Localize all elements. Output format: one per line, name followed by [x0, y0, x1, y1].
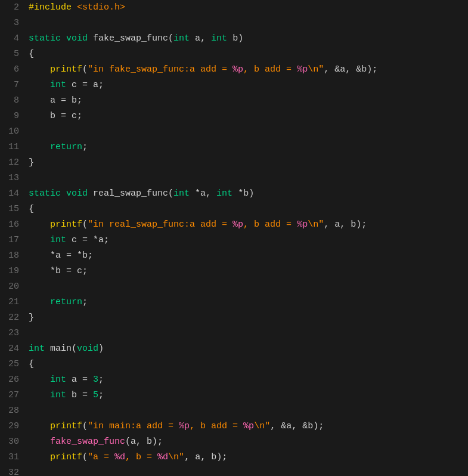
code-line: printf("in main:a add = %p, b add = %p\n… — [29, 419, 462, 434]
line-number: 16 — [4, 217, 19, 233]
code-line: printf("in real_swap_func:a add = %p, b … — [29, 217, 462, 233]
line-number: 27 — [4, 388, 19, 403]
line-number: 21 — [4, 295, 19, 310]
line-number: 2 — [4, 0, 19, 16]
line-number: 18 — [4, 248, 19, 264]
line-number: 10 — [4, 124, 19, 140]
code-editor: 2345678910111213141516171819202122232425… — [0, 0, 468, 476]
code-line: { — [29, 47, 462, 62]
code-line — [29, 403, 462, 419]
code-line: } — [29, 310, 462, 326]
code-line: int c = a; — [29, 78, 462, 93]
code-line: *b = c; — [29, 264, 462, 279]
code-line — [29, 326, 462, 341]
line-number: 26 — [4, 372, 19, 388]
line-number: 6 — [4, 62, 19, 78]
line-number: 31 — [4, 450, 19, 465]
line-number: 3 — [4, 16, 19, 31]
code-line: { — [29, 357, 462, 372]
line-number: 17 — [4, 233, 19, 248]
code-line: a = b; — [29, 93, 462, 109]
line-number: 25 — [4, 357, 19, 372]
code-line: printf("a = %d, b = %d\n", a, b); — [29, 450, 462, 465]
line-number: 14 — [4, 186, 19, 202]
line-number: 8 — [4, 93, 19, 109]
line-number: 29 — [4, 419, 19, 434]
line-number: 11 — [4, 140, 19, 155]
code-line: b = c; — [29, 109, 462, 124]
code-line: return; — [29, 295, 462, 310]
line-number: 12 — [4, 155, 19, 171]
code-line: int c = *a; — [29, 233, 462, 248]
code-line — [29, 16, 462, 31]
code-line: int b = 5; — [29, 388, 462, 403]
line-number: 32 — [4, 465, 19, 476]
line-number: 20 — [4, 279, 19, 295]
code-content: #include <stdio.h> static void fake_swap… — [23, 0, 468, 476]
code-line: static void fake_swap_func(int a, int b) — [29, 31, 462, 47]
line-number: 23 — [4, 326, 19, 341]
code-line — [29, 279, 462, 295]
line-number: 24 — [4, 341, 19, 357]
line-number: 13 — [4, 171, 19, 186]
line-number: 19 — [4, 264, 19, 279]
line-number: 30 — [4, 434, 19, 450]
line-number: 5 — [4, 47, 19, 62]
code-line: static void real_swap_func(int *a, int *… — [29, 186, 462, 202]
code-line — [29, 171, 462, 186]
code-line: int main(void) — [29, 341, 462, 357]
line-number: 22 — [4, 310, 19, 326]
code-line: int a = 3; — [29, 372, 462, 388]
line-number: 9 — [4, 109, 19, 124]
line-number: 15 — [4, 202, 19, 217]
line-number: 7 — [4, 78, 19, 93]
code-line: return; — [29, 140, 462, 155]
line-numbers: 2345678910111213141516171819202122232425… — [0, 0, 23, 476]
code-line: { — [29, 202, 462, 217]
code-line — [29, 465, 462, 476]
code-line: } — [29, 155, 462, 171]
line-number: 28 — [4, 403, 19, 419]
line-number: 4 — [4, 31, 19, 47]
code-line: fake_swap_func(a, b); — [29, 434, 462, 450]
code-line: *a = *b; — [29, 248, 462, 264]
code-line — [29, 124, 462, 140]
code-line: printf("in fake_swap_func:a add = %p, b … — [29, 62, 462, 78]
code-line: #include <stdio.h> — [29, 0, 462, 16]
